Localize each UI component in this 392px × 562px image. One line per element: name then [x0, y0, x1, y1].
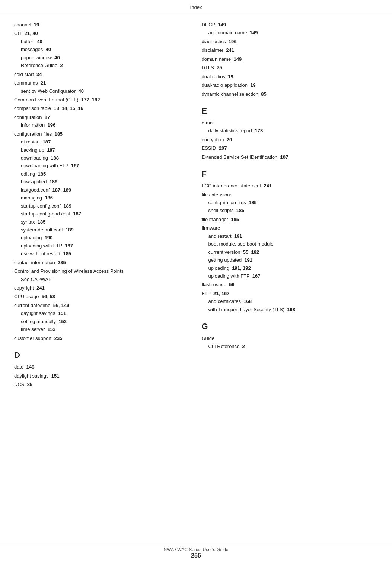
- entry-page-number: 2: [60, 63, 63, 68]
- entry-page-number: 20: [227, 137, 232, 142]
- entry-label: ESSID: [202, 145, 216, 151]
- entry-page-number: 21: [41, 80, 46, 86]
- entry-page-number: 56: [53, 303, 58, 308]
- index-entry: Control and Provisioning of Wireless Acc…: [14, 267, 191, 275]
- footer-page: 255: [0, 552, 392, 559]
- entry-page-number: 190: [45, 235, 53, 240]
- entry-page-number: 19: [34, 22, 39, 28]
- entry-page-number: 16: [78, 105, 83, 111]
- entry-label: setting manually: [21, 319, 56, 324]
- page-footer: NWA / WAC Series User's Guide 255: [0, 543, 392, 562]
- index-entry: CLI 21, 40: [14, 29, 191, 37]
- index-entry: copyright 241: [14, 284, 191, 292]
- entry-page-number: 85: [261, 91, 266, 97]
- index-entry: customer support 235: [14, 334, 191, 342]
- index-entry: shell scripts 185: [202, 206, 378, 214]
- index-entry: configuration 17: [14, 113, 191, 121]
- entry-page-number: 185: [38, 219, 46, 225]
- entry-label: daily statistics report: [208, 128, 252, 133]
- index-entry: dynamic channel selection 85: [202, 90, 378, 98]
- entry-page-number: 168: [287, 307, 295, 312]
- entry-label: lastgood.conf: [21, 187, 50, 193]
- entry-page-number: 56: [42, 294, 47, 299]
- entry-page-number: 235: [58, 260, 66, 265]
- index-entry: dual-radio application 19: [202, 81, 378, 89]
- entry-page-number: 187: [52, 187, 61, 193]
- entry-page-number: 40: [45, 47, 51, 52]
- entry-label: FCC interference statement: [202, 183, 261, 189]
- entry-label: current version: [208, 249, 240, 255]
- entry-label: diagnostics: [202, 39, 226, 44]
- entry-label: uploading with FTP: [208, 273, 250, 279]
- index-entry: daylight savings 151: [14, 372, 191, 380]
- entry-label: messages: [21, 47, 43, 52]
- index-entry: boot module, see boot module: [202, 240, 378, 248]
- entry-page-number: 177: [81, 97, 89, 102]
- entry-page-number: 196: [48, 122, 56, 128]
- entry-label: uploading with FTP: [21, 243, 62, 249]
- entry-label: See CAPWAP: [21, 277, 52, 282]
- entry-label: configuration files: [14, 131, 52, 137]
- index-entry: uploading with FTP 167: [202, 272, 378, 280]
- index-entry: startup-config.conf 189: [14, 202, 191, 210]
- entry-label: startup-config-bad.conf: [21, 211, 70, 217]
- entry-label: comparison table: [14, 105, 51, 111]
- entry-label: button: [21, 39, 34, 44]
- index-entry: Common Event Format (CEF) 177, 182: [14, 96, 191, 104]
- entry-page-number: 186: [45, 195, 53, 201]
- entry-page-number: 56: [229, 282, 234, 287]
- index-entry: and domain name 149: [202, 29, 378, 37]
- header-title: Index: [190, 4, 202, 10]
- entry-page-number: 40: [32, 31, 38, 36]
- entry-page-number: 241: [264, 183, 272, 189]
- index-entry: Extended Service Set IDentification 107: [202, 153, 378, 161]
- entry-page-number: 152: [58, 319, 67, 324]
- index-entry: configuration files 185: [14, 130, 191, 138]
- entry-page-number: 186: [50, 179, 58, 184]
- entry-page-number: 191: [244, 257, 252, 263]
- entry-label: date: [14, 364, 23, 370]
- entry-page-number: 192: [243, 265, 251, 271]
- index-entry: setting manually 152: [14, 318, 191, 325]
- entry-label: file extensions: [202, 192, 232, 198]
- entry-page-number: 34: [36, 72, 42, 77]
- index-entry: See CAPWAP: [14, 275, 191, 283]
- entry-label: cold start: [14, 72, 34, 77]
- entry-page-number: 107: [280, 154, 289, 160]
- index-entry: disclaimer 241: [202, 46, 378, 54]
- entry-label: channel: [14, 22, 31, 28]
- entry-page-number: 19: [250, 82, 255, 88]
- entry-label: system-default.conf: [21, 227, 63, 233]
- entry-label: FTP: [202, 291, 211, 296]
- section-letter-e: E: [202, 106, 378, 116]
- index-entry: and restart 191: [202, 232, 378, 240]
- entry-label: domain name: [202, 56, 231, 62]
- index-entry: FTP 21, 167: [202, 290, 378, 297]
- entry-page-number: 75: [217, 65, 222, 70]
- index-entry: FCC interference statement 241: [202, 182, 378, 190]
- index-entry: e-mail: [202, 119, 378, 127]
- index-entry: messages 40: [14, 45, 191, 53]
- footer-guide: NWA / WAC Series User's Guide: [0, 547, 392, 552]
- index-entry: flash usage 56: [202, 281, 378, 288]
- entry-page-number: 167: [222, 291, 230, 296]
- entry-page-number: 21: [24, 31, 29, 36]
- entry-label: dual-radio application: [202, 82, 248, 88]
- index-entry: DCS 85: [14, 381, 191, 388]
- index-entry: diagnostics 196: [202, 38, 378, 45]
- entry-page-number: 15: [70, 105, 75, 111]
- section-letter-g: G: [202, 322, 378, 331]
- entry-label: sent by Web Configurator: [21, 88, 76, 94]
- index-entry: channel 19: [14, 21, 191, 29]
- entry-label: downloading with FTP: [21, 163, 68, 168]
- index-entry: use without restart 185: [14, 250, 191, 258]
- entry-page-number: 167: [71, 163, 79, 168]
- index-entry: ESSID 207: [202, 144, 378, 152]
- entry-page-number: 58: [50, 294, 55, 299]
- entry-page-number: 185: [38, 171, 46, 177]
- index-entry: time server 153: [14, 325, 191, 333]
- index-entry: lastgood.conf 187, 189: [14, 186, 191, 194]
- index-entry: managing 186: [14, 194, 191, 202]
- entry-label: getting updated: [208, 257, 242, 263]
- entry-page-number: 207: [219, 145, 227, 151]
